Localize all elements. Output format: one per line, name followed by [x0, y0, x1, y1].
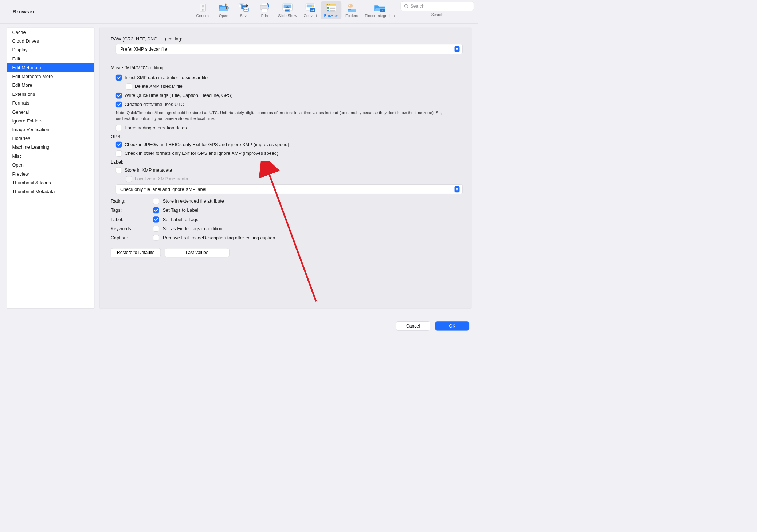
sidebar-item-open[interactable]: Open	[7, 161, 94, 169]
toolbar-item-finder[interactable]: EXT Finder Integration	[362, 1, 397, 19]
sidebar-item-edit-metadata[interactable]: Edit Metadata	[7, 63, 94, 72]
toolbar-label: Slide Show	[278, 14, 297, 18]
svg-rect-26	[327, 7, 329, 8]
toolbar-label: General	[196, 14, 209, 18]
toolbar-item-open[interactable]: Open	[213, 1, 234, 19]
svg-rect-11	[262, 9, 267, 12]
svg-rect-1	[202, 5, 204, 7]
toolbar-item-save[interactable]: TIFFJPGPNG Save	[234, 1, 255, 19]
keywords-checkbox[interactable]	[153, 226, 159, 231]
gps-jpeg-row: Check in JPEGs and HEICs only Exif for G…	[111, 140, 463, 149]
svg-rect-28	[327, 10, 329, 11]
window-title: Browser	[12, 8, 35, 16]
last-values-button[interactable]: Last Values	[165, 248, 229, 257]
movie-inject-checkbox[interactable]	[116, 75, 122, 81]
toolbar-label: Browser	[324, 14, 338, 18]
movie-section-label: Movie (MP4/MOV) editing:	[111, 65, 463, 70]
search-box[interactable]	[401, 1, 474, 11]
rating-row: Rating: Store in extended file attribute	[111, 196, 463, 206]
svg-rect-29	[330, 7, 335, 7]
sidebar-item-extensions[interactable]: Extensions	[7, 90, 94, 99]
gps-jpeg-checkbox[interactable]	[116, 142, 122, 148]
caption-checkbox[interactable]	[153, 235, 159, 241]
footer-buttons: Cancel OK	[396, 321, 469, 330]
movie-force-checkbox[interactable]	[116, 125, 122, 131]
svg-rect-30	[330, 8, 335, 9]
gps-other-checkbox[interactable]	[116, 150, 122, 156]
svg-point-32	[348, 4, 353, 8]
ok-button[interactable]: OK	[435, 321, 469, 330]
svg-point-36	[404, 4, 407, 7]
svg-point-20	[312, 5, 314, 7]
svg-rect-27	[327, 8, 329, 9]
label-localize-row: Localize in XMP metadata	[111, 175, 463, 184]
toolbar-item-convert[interactable]: Convert	[300, 1, 321, 19]
toolbar-item-slideshow[interactable]: Slide Show	[275, 1, 300, 19]
caption-label: Caption:	[111, 235, 149, 241]
gps-other-row: Check in other formats only Exif for GPS…	[111, 149, 463, 158]
label-store-checkbox[interactable]	[116, 167, 122, 173]
movie-inject-row: Inject XMP data in addition to sidecar f…	[111, 73, 463, 82]
toolbar-items: General Open TIFFJPGPNG Save Print Slide	[192, 1, 397, 19]
search-input[interactable]	[411, 4, 470, 9]
body: Cache Cloud Drives Display Edit Edit Met…	[0, 23, 478, 308]
gps-other-label: Check in other formats only Exif for GPS…	[125, 150, 278, 157]
sidebar-item-image-verification[interactable]: Image Verification	[7, 125, 94, 134]
browser-icon	[325, 3, 337, 13]
svg-rect-9	[262, 3, 267, 5]
raw-editing-select[interactable]: Prefer XMP sidecar file	[116, 44, 463, 54]
sidebar-item-formats[interactable]: Formats	[7, 99, 94, 107]
sidebar-item-ignore-folders[interactable]: Ignore Folders	[7, 116, 94, 125]
rating-opt: Store in extended file attribute	[163, 198, 224, 204]
toolbar-item-print[interactable]: Print	[255, 1, 275, 19]
chevron-updown-icon	[455, 46, 460, 52]
label-section-label: Label:	[111, 158, 463, 166]
sidebar-item-machine-learning[interactable]: Machine Learning	[7, 143, 94, 152]
tags-row: Tags: Set Tags to Label	[111, 206, 463, 215]
search-wrap: Search	[401, 1, 474, 17]
sidebar-item-display[interactable]: Display	[7, 46, 94, 54]
svg-text:PNG: PNG	[244, 8, 248, 11]
sidebar-item-cloud-drives[interactable]: Cloud Drives	[7, 37, 94, 46]
restore-defaults-button[interactable]: Restore to Defaults	[111, 248, 161, 257]
rating-checkbox[interactable]	[153, 198, 159, 204]
sidebar-item-general[interactable]: General	[7, 107, 94, 116]
toolbar-item-folders[interactable]: Folders	[341, 1, 362, 19]
sidebar-item-preview[interactable]: Preview	[7, 169, 94, 178]
save-icon: TIFFJPGPNG	[238, 3, 250, 13]
movie-delete-sidecar-checkbox[interactable]	[126, 83, 132, 89]
label-store-row: Store in XMP metadata	[111, 165, 463, 175]
sidebar-item-edit-metadata-more[interactable]: Edit Metadata More	[7, 72, 94, 81]
toolbar-item-browser[interactable]: Browser	[321, 1, 341, 19]
movie-force-row: Force adding of creation dates	[111, 124, 463, 133]
sidebar-item-edit-more[interactable]: Edit More	[7, 81, 94, 90]
sidebar-item-thumbnail-metadata[interactable]: Thumbnail Metadata	[7, 187, 94, 196]
label-select[interactable]: Check only file label and ignore XMP lab…	[116, 184, 463, 194]
raw-section-label: RAW (CR2, NEF, DNG, …) editing:	[111, 36, 463, 42]
label2-checkbox[interactable]	[153, 216, 159, 222]
toolbar-item-general[interactable]: General	[192, 1, 213, 19]
folder-open-icon	[217, 3, 230, 13]
sidebar-item-libraries[interactable]: Libraries	[7, 134, 94, 143]
movie-write-qt-checkbox[interactable]	[116, 93, 122, 98]
svg-line-37	[407, 7, 408, 8]
sidebar-item-edit[interactable]: Edit	[7, 54, 94, 63]
sidebar-item-cache[interactable]: Cache	[7, 28, 94, 36]
convert-icon	[304, 3, 316, 13]
movie-utc-checkbox[interactable]	[116, 102, 122, 107]
label-store-label: Store in XMP metadata	[125, 167, 172, 173]
chevron-updown-icon	[455, 186, 460, 193]
sidebar-item-thumbnail-icons[interactable]: Thumbnail & Icons	[7, 179, 94, 187]
movie-utc-label: Creation date/time uses UTC	[125, 101, 184, 107]
movie-inject-label: Inject XMP data in addition to sidecar f…	[125, 74, 208, 81]
movie-delete-sidecar-label: Delete XMP sidecar file	[135, 83, 183, 90]
label2-opt: Set Label to Tags	[163, 217, 198, 222]
sidebar-item-misc[interactable]: Misc	[7, 152, 94, 161]
svg-point-24	[327, 4, 328, 5]
label2-label: Label:	[111, 217, 149, 222]
toolbar-label: Save	[240, 14, 249, 18]
tags-checkbox[interactable]	[153, 207, 159, 213]
svg-point-25	[329, 4, 330, 5]
sidebar: Cache Cloud Drives Display Edit Edit Met…	[7, 28, 94, 309]
cancel-button[interactable]: Cancel	[396, 321, 430, 330]
